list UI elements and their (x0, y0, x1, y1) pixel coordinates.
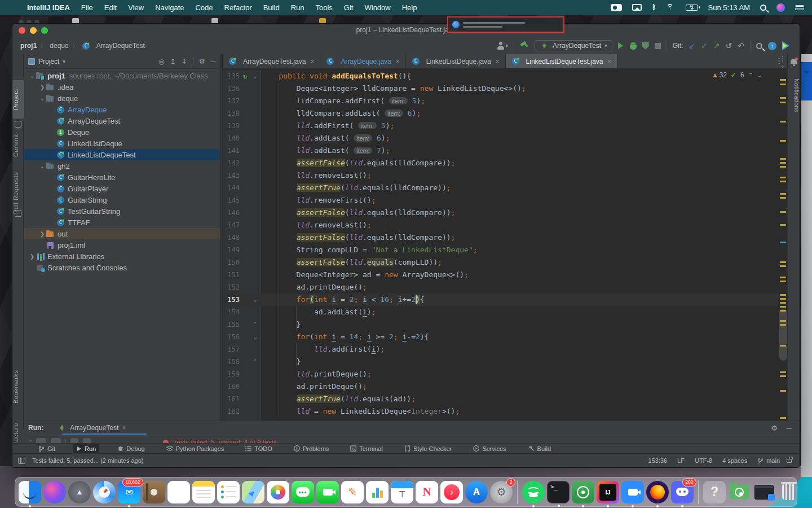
dock-launchpad[interactable]: ▲ (68, 481, 91, 503)
line-number[interactable]: 158 (223, 356, 240, 368)
close-run-tab-icon[interactable]: × (122, 424, 126, 432)
console-button[interactable] (70, 438, 78, 443)
hide-run-panel-icon[interactable]: ─ (787, 424, 792, 432)
git-branch-widget[interactable]: main (757, 457, 780, 464)
line-number[interactable]: 139 (223, 120, 240, 132)
spotlight-icon[interactable] (760, 5, 766, 11)
toolwindow-button-services[interactable]: Services (470, 444, 509, 454)
display-mirroring-icon[interactable] (632, 4, 642, 11)
coverage-button[interactable] (642, 42, 649, 50)
code-line-138[interactable]: 138 lldCompare.addLast( item: 6); (223, 107, 779, 120)
code-line-142[interactable]: 142 assertFalse(lld.equals(lldCompare)); (223, 157, 779, 169)
code-line-161[interactable]: 161 assertTrue(lld.equals(ad)); (223, 393, 779, 405)
warning-stripe-mark[interactable] (780, 390, 786, 392)
code-line-156[interactable]: 156⌄ for(int i = 14; i >= 2; i-=2){ (223, 331, 779, 343)
line-number[interactable]: 150 (223, 256, 240, 269)
indent-setting[interactable]: 4 spaces (722, 457, 747, 464)
hide-panel-button[interactable]: ─ (210, 58, 215, 65)
line-number[interactable]: 153 (223, 294, 240, 306)
dock-mail[interactable]: ✉10,602 (118, 481, 140, 503)
tree-item-guitarplayer[interactable]: GuitarPlayer (24, 183, 220, 194)
code-line-147[interactable]: 147 lld.removeLast(); (223, 219, 779, 231)
line-number[interactable]: 137 (223, 95, 240, 107)
run-panel-settings-icon[interactable]: ⚙ (771, 424, 778, 432)
line-number[interactable]: 156 (223, 331, 240, 343)
tree-chevron[interactable]: ❯ (38, 84, 46, 90)
battery-icon[interactable] (686, 5, 698, 11)
warning-stripe-mark[interactable] (780, 121, 786, 122)
code-line-151[interactable]: 151 Deque<Integer> ad = new ArrayDeque<>… (223, 269, 779, 281)
line-number[interactable]: 136 (223, 82, 240, 95)
line-number[interactable]: 152 (223, 281, 240, 294)
tree-item-gh2[interactable]: ⌄gh2 (24, 160, 220, 172)
next-problem-button[interactable]: ⌄ (757, 72, 762, 79)
run-tab[interactable]: ArrayDequeTest × (52, 421, 130, 435)
close-tab-icon[interactable]: × (607, 58, 611, 65)
code-line-153[interactable]: 153⌄ for(int i = 2; i < 16; i+=2){ (223, 294, 779, 306)
breadcrumb-project[interactable]: proj1 (20, 42, 37, 50)
menu-clock[interactable]: Sun 5:13 AM (708, 3, 750, 12)
tree-item-testguitarstring[interactable]: TestGuitarString (24, 205, 220, 217)
line-number[interactable]: 147 (223, 219, 240, 231)
warning-stripe-mark[interactable] (780, 102, 786, 103)
tree-item-external-libraries[interactable]: ❯External Libraries (24, 251, 220, 262)
code-line-139[interactable]: 139 lld.addFirst( item: 5); (223, 120, 779, 132)
breadcrumb-package[interactable]: deque (50, 42, 68, 50)
dock-numbers[interactable] (366, 481, 389, 503)
toolwindow-button-style-checker[interactable]: Style Checker (401, 444, 455, 454)
code-line-143[interactable]: 143 lld.removeLast(); (223, 169, 779, 182)
dock-zoom[interactable] (621, 481, 644, 503)
warning-stripe-mark[interactable] (780, 302, 786, 304)
tree-item-linkedlistdeque[interactable]: LinkedListDeque (24, 138, 220, 149)
toolwindow-button-run[interactable]: Run (73, 444, 99, 454)
line-number[interactable]: 145 (223, 194, 240, 207)
menu-run[interactable]: Run (285, 3, 310, 12)
warning-stripe-mark[interactable] (780, 162, 786, 164)
line-number[interactable]: 157 (223, 343, 240, 356)
tree-item-ttfaf[interactable]: TTFAF (24, 217, 220, 228)
editor-tab-linkedlistdequetest-java[interactable]: LinkedListDequeTest.java× (506, 54, 618, 68)
dock-app-store[interactable]: A (465, 481, 488, 503)
dock-safari[interactable] (93, 481, 116, 503)
warning-stripe-mark[interactable] (780, 345, 786, 347)
tree-chevron[interactable]: ⌄ (38, 95, 46, 102)
bluetooth-icon[interactable]: ᛒ (652, 3, 656, 11)
dock-intellij[interactable]: IJ (597, 481, 619, 503)
breadcrumb-class[interactable]: ArrayDequeTest (96, 42, 145, 50)
dock-notes[interactable] (192, 481, 215, 503)
line-number[interactable]: 138 (223, 107, 240, 120)
tree-chevron[interactable]: ❯ (38, 231, 46, 237)
code-line-137[interactable]: 137 lldCompare.addFirst( item: 5); (223, 95, 779, 107)
line-number[interactable]: 155 (223, 318, 240, 331)
editor-tab-arraydeque-java[interactable]: ArrayDeque.java× (320, 54, 405, 68)
info-stripe-mark[interactable] (780, 242, 786, 243)
tree-item--idea[interactable]: ❯.idea (24, 81, 220, 93)
toolwindow-bookmarks[interactable]: Bookmarks (12, 365, 24, 409)
tree-item-guitarherolite[interactable]: GuitarHeroLite (24, 172, 220, 183)
panel-settings-button[interactable]: ⚙ (199, 58, 205, 65)
dock-contacts[interactable] (143, 481, 165, 503)
console-button[interactable] (51, 438, 61, 443)
fold-marker[interactable]: ⌄ (253, 294, 257, 306)
warning-stripe-mark[interactable] (780, 140, 786, 142)
line-number[interactable]: 160 (223, 380, 240, 393)
history-button[interactable]: ↺ (726, 42, 732, 50)
warning-stripe-mark[interactable] (780, 261, 786, 263)
menu-help[interactable]: Help (396, 3, 423, 12)
editor-tab-linkedlistdeque-java[interactable]: LinkedListDeque.java× (406, 54, 506, 68)
warning-stripe-mark[interactable] (780, 177, 786, 178)
line-number[interactable]: 154 (223, 306, 240, 318)
code-line-159[interactable]: 159 lld.printDeque(); (223, 368, 779, 380)
project-panel-title[interactable]: Project (38, 58, 59, 65)
tree-chevron[interactable]: ❯ (28, 253, 36, 260)
run-button[interactable] (618, 42, 626, 49)
line-number[interactable]: 161 (223, 393, 240, 405)
git-commit-button[interactable]: ✓ (701, 42, 708, 50)
toolwindow-button-terminal[interactable]: Terminal (347, 444, 386, 454)
dock-pages[interactable]: ✎ (341, 481, 364, 503)
tab-options-icon[interactable]: ⋮⌄ (778, 55, 787, 69)
tree-chevron[interactable]: ⌄ (38, 163, 46, 169)
console-button[interactable] (36, 438, 46, 443)
dock-terminal[interactable]: >_ (547, 481, 570, 503)
menu-code[interactable]: Code (189, 3, 218, 12)
